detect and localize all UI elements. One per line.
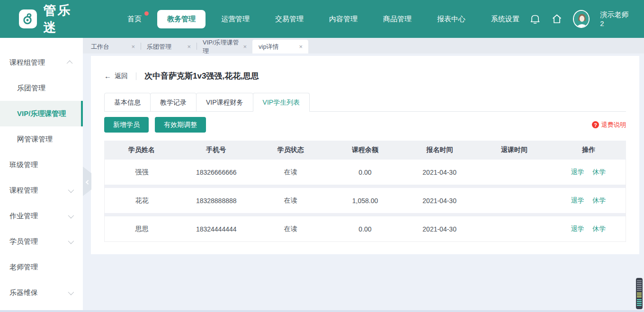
sidebar-item-online-course-management[interactable]: 网管课管理 — [0, 126, 83, 152]
top-navbar: 管乐迷 首页 教务管理 运营管理 交易管理 内容管理 商品管理 报表中心 系统设… — [0, 0, 644, 38]
column-header-phone: 手机号 — [179, 146, 253, 154]
tab-teaching-records[interactable]: 教学记录 — [150, 93, 197, 112]
topbar-right: 演示老师2 — [529, 10, 630, 28]
avatar[interactable] — [573, 10, 590, 28]
sidebar-item-orchestra-management[interactable]: 乐团管理 — [0, 75, 83, 101]
refund-note-link[interactable]: ? 退费说明 — [592, 121, 626, 129]
column-header-quit-date: 退课时间 — [477, 146, 551, 154]
withdraw-link[interactable]: 退学 — [571, 196, 584, 204]
tab-label: 乐团管理 — [147, 43, 171, 51]
nav-item-home[interactable]: 首页 — [117, 10, 152, 28]
tab-vip-student-list[interactable]: VIP学生列表 — [253, 93, 310, 112]
nav-item-label: 系统设置 — [491, 15, 519, 23]
bell-icon[interactable] — [529, 13, 541, 25]
tab-label: VIP学生列表 — [263, 98, 300, 106]
sidebar-item-label: 课程组管理 — [9, 58, 45, 67]
sidebar-item-student-management[interactable]: 学员管理 — [0, 229, 83, 254]
vertical-scrollbar[interactable] — [636, 278, 643, 309]
nav-item-academic-management[interactable]: 教务管理 — [157, 10, 206, 28]
cell-balance: 0.00 — [328, 225, 402, 233]
refund-note-label: 退费说明 — [601, 121, 626, 129]
nav-item-label: 运营管理 — [221, 15, 250, 23]
cell-phone: 18326666666 — [179, 169, 253, 176]
table-body: 强强 18326666666 在读 0.00 2021-04-30 退学 休学 — [104, 160, 626, 242]
close-icon[interactable]: × — [299, 44, 303, 50]
sidebar-item-teacher-management[interactable]: 老师管理 — [0, 254, 83, 280]
home-icon[interactable] — [551, 13, 563, 25]
cell-balance: 1,058.00 — [328, 197, 402, 205]
add-student-button[interactable]: 新增学员 — [104, 117, 149, 133]
nav-item-label: 商品管理 — [383, 15, 411, 23]
nav-item-content[interactable]: 内容管理 — [319, 10, 367, 28]
column-header-course-balance: 课程余额 — [328, 146, 402, 154]
sidebar-item-vip-music-theory-management[interactable]: VIP/乐理课管理 — [0, 101, 83, 126]
sidebar-item-course-group-management[interactable]: 课程组管理 — [0, 50, 83, 75]
sidebar-item-label: 学员管理 — [9, 237, 38, 246]
tab-label: VIP/乐理课管理 — [203, 38, 243, 55]
close-icon[interactable]: × — [131, 44, 135, 50]
brand-name: 管乐迷 — [44, 2, 84, 36]
sidebar-item-class-management[interactable]: 班级管理 — [0, 152, 83, 178]
column-header-operations: 操作 — [552, 146, 626, 154]
sidebar: 课程组管理 乐团管理 VIP/乐理课管理 网管课管理 班级管理 课程管理 作业管… — [0, 38, 83, 312]
scrollbar-stripes-yellow — [637, 293, 642, 298]
chevron-down-icon — [68, 238, 74, 244]
sidebar-item-instrument-maintenance[interactable]: 乐器维保 — [0, 280, 83, 305]
table-header-row: 学员姓名 手机号 学员状态 课程余额 报名时间 退课时间 操作 — [104, 141, 626, 160]
brand-logo[interactable]: 管乐迷 — [19, 2, 83, 36]
chevron-left-icon — [85, 179, 90, 184]
sidebar-item-label: 课程管理 — [9, 186, 38, 195]
sidebar-item-label: 乐团管理 — [17, 84, 45, 93]
tab-label: vip详情 — [259, 43, 279, 51]
adjust-validity-button[interactable]: 有效期调整 — [155, 117, 206, 133]
column-header-student-status: 学员状态 — [253, 146, 328, 154]
cell-status: 在读 — [253, 168, 328, 177]
close-icon[interactable]: × — [187, 44, 191, 50]
cell-status: 在读 — [253, 225, 328, 233]
tab-workbench[interactable]: 工作台 × — [85, 40, 141, 53]
sidebar-item-course-management[interactable]: 课程管理 — [0, 178, 83, 203]
cell-enroll-date: 2021-04-30 — [402, 225, 477, 233]
cell-phone: 18324444444 — [179, 225, 253, 233]
sidebar-item-label: 网管课管理 — [17, 135, 53, 144]
question-circle-icon: ? — [592, 121, 599, 128]
chevron-down-icon — [68, 289, 74, 295]
table-row: 强强 18326666666 在读 0.00 2021-04-30 退学 休学 — [105, 160, 626, 185]
withdraw-link[interactable]: 退学 — [571, 225, 584, 232]
suspend-link[interactable]: 休学 — [592, 168, 606, 176]
tab-orchestra-management[interactable]: 乐团管理 × — [141, 40, 197, 53]
current-user-name[interactable]: 演示老师2 — [600, 10, 630, 27]
cell-student-name: 思思 — [105, 225, 179, 233]
tab-vip-music-theory-management[interactable]: VIP/乐理课管理 × — [197, 40, 252, 53]
chevron-up-icon — [67, 60, 73, 66]
scrollbar-stripes-gray — [637, 280, 642, 292]
chevron-down-icon — [68, 187, 74, 193]
back-label: 返回 — [115, 72, 128, 80]
page-header: ← 返回 次中音萨克斯1v3强强,花花,思思 — [104, 56, 626, 81]
nav-item-settings[interactable]: 系统设置 — [481, 10, 529, 28]
suspend-link[interactable]: 休学 — [592, 225, 606, 232]
withdraw-link[interactable]: 退学 — [571, 168, 584, 176]
back-button[interactable]: ← 返回 — [104, 72, 128, 80]
content-area: ← 返回 次中音萨克斯1v3强强,花花,思思 基本信息 教学记录 VIP课程财务 — [83, 53, 644, 312]
close-icon[interactable]: × — [243, 44, 247, 50]
tab-label: 基本信息 — [114, 98, 141, 106]
nav-item-transactions[interactable]: 交易管理 — [265, 10, 313, 28]
logo-instrument-icon — [19, 9, 37, 28]
nav-item-reports[interactable]: 报表中心 — [427, 10, 475, 28]
suspend-link[interactable]: 休学 — [592, 196, 606, 204]
nav-item-operations[interactable]: 运营管理 — [211, 10, 259, 28]
tab-basic-info[interactable]: 基本信息 — [104, 93, 151, 112]
tab-label: 工作台 — [91, 43, 109, 51]
cell-phone: 18328888888 — [179, 197, 253, 205]
cell-status: 在读 — [253, 196, 328, 205]
cell-operations: 退学 休学 — [551, 168, 626, 177]
horizontal-scrollbar[interactable] — [0, 310, 644, 312]
sidebar-item-label: 班级管理 — [9, 160, 38, 169]
nav-item-products[interactable]: 商品管理 — [373, 10, 421, 28]
tab-vip-detail[interactable]: vip详情 × — [252, 40, 308, 53]
column-header-student-name: 学员姓名 — [104, 146, 179, 154]
tab-vip-course-finance[interactable]: VIP课程财务 — [196, 93, 253, 112]
sidebar-item-homework-management[interactable]: 作业管理 — [0, 203, 83, 229]
nav-item-label: 首页 — [127, 15, 142, 23]
